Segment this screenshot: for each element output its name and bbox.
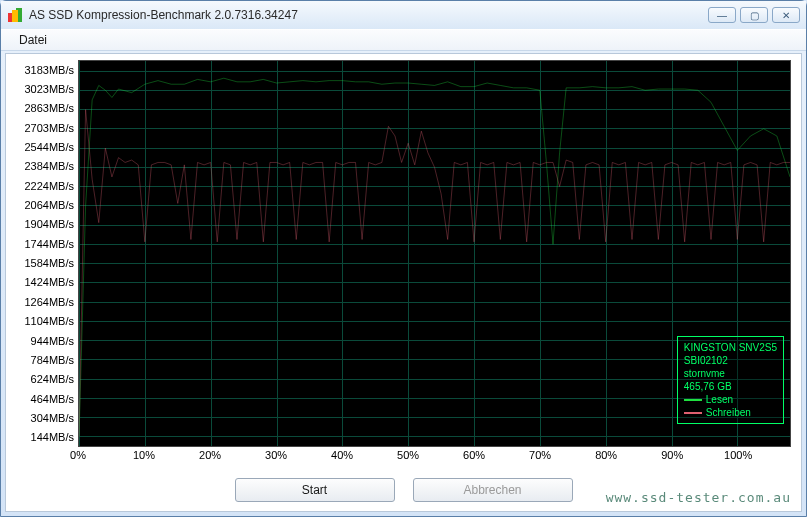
- legend-read-label: Lesen: [706, 393, 733, 406]
- y-tick-label: 2544MB/s: [24, 141, 74, 153]
- y-tick-label: 3183MB/s: [24, 64, 74, 76]
- y-tick-label: 304MB/s: [31, 412, 74, 424]
- y-tick-label: 2064MB/s: [24, 199, 74, 211]
- app-window: AS SSD Kompression-Benchmark 2.0.7316.34…: [0, 0, 807, 517]
- menu-datei[interactable]: Datei: [11, 31, 55, 49]
- legend-write-swatch: [684, 412, 702, 414]
- legend-driver: stornvme: [684, 367, 777, 380]
- y-tick-label: 2384MB/s: [24, 160, 74, 172]
- x-tick-label: 60%: [463, 449, 485, 461]
- x-tick-label: 10%: [133, 449, 155, 461]
- client-area: 144MB/s304MB/s464MB/s624MB/s784MB/s944MB…: [5, 53, 802, 512]
- window-title: AS SSD Kompression-Benchmark 2.0.7316.34…: [29, 8, 708, 22]
- close-button[interactable]: ✕: [772, 7, 800, 23]
- y-tick-label: 944MB/s: [31, 335, 74, 347]
- x-tick-label: 90%: [661, 449, 683, 461]
- watermark: www.ssd-tester.com.au: [606, 490, 791, 505]
- titlebar: AS SSD Kompression-Benchmark 2.0.7316.34…: [1, 1, 806, 29]
- y-tick-label: 1424MB/s: [24, 276, 74, 288]
- window-controls: — ▢ ✕: [708, 7, 800, 23]
- legend-write-row: Schreiben: [684, 406, 777, 419]
- svg-rect-2: [12, 10, 18, 22]
- y-tick-label: 1584MB/s: [24, 257, 74, 269]
- plot-area: KINGSTON SNV2S5 SBI02102 stornvme 465,76…: [78, 60, 791, 447]
- x-tick-label: 50%: [397, 449, 419, 461]
- minimize-button[interactable]: —: [708, 7, 736, 23]
- legend-firmware: SBI02102: [684, 354, 777, 367]
- start-button[interactable]: Start: [235, 478, 395, 502]
- x-tick-label: 80%: [595, 449, 617, 461]
- y-tick-label: 1904MB/s: [24, 218, 74, 230]
- y-tick-label: 144MB/s: [31, 431, 74, 443]
- y-tick-label: 2703MB/s: [24, 122, 74, 134]
- legend-capacity: 465,76 GB: [684, 380, 777, 393]
- x-tick-label: 30%: [265, 449, 287, 461]
- x-axis-labels: 0%10%20%30%40%50%60%70%80%90%100%: [78, 449, 791, 467]
- legend-read-row: Lesen: [684, 393, 777, 406]
- y-tick-label: 1744MB/s: [24, 238, 74, 250]
- y-tick-label: 464MB/s: [31, 393, 74, 405]
- y-tick-label: 2224MB/s: [24, 180, 74, 192]
- legend-device: KINGSTON SNV2S5: [684, 341, 777, 354]
- cancel-button[interactable]: Abbrechen: [413, 478, 573, 502]
- y-tick-label: 784MB/s: [31, 354, 74, 366]
- x-tick-label: 100%: [724, 449, 752, 461]
- y-tick-label: 2863MB/s: [24, 102, 74, 114]
- x-tick-label: 70%: [529, 449, 551, 461]
- y-tick-label: 1264MB/s: [24, 296, 74, 308]
- legend-write-label: Schreiben: [706, 406, 751, 419]
- legend-box: KINGSTON SNV2S5 SBI02102 stornvme 465,76…: [677, 336, 784, 424]
- y-tick-label: 3023MB/s: [24, 83, 74, 95]
- x-tick-label: 40%: [331, 449, 353, 461]
- app-icon: [7, 7, 23, 23]
- y-tick-label: 624MB/s: [31, 373, 74, 385]
- chart-area: 144MB/s304MB/s464MB/s624MB/s784MB/s944MB…: [12, 60, 795, 467]
- y-tick-label: 1104MB/s: [24, 315, 74, 327]
- maximize-button[interactable]: ▢: [740, 7, 768, 23]
- x-tick-label: 0%: [70, 449, 86, 461]
- y-axis-labels: 144MB/s304MB/s464MB/s624MB/s784MB/s944MB…: [12, 60, 76, 447]
- legend-read-swatch: [684, 399, 702, 401]
- menubar: Datei: [1, 29, 806, 51]
- x-tick-label: 20%: [199, 449, 221, 461]
